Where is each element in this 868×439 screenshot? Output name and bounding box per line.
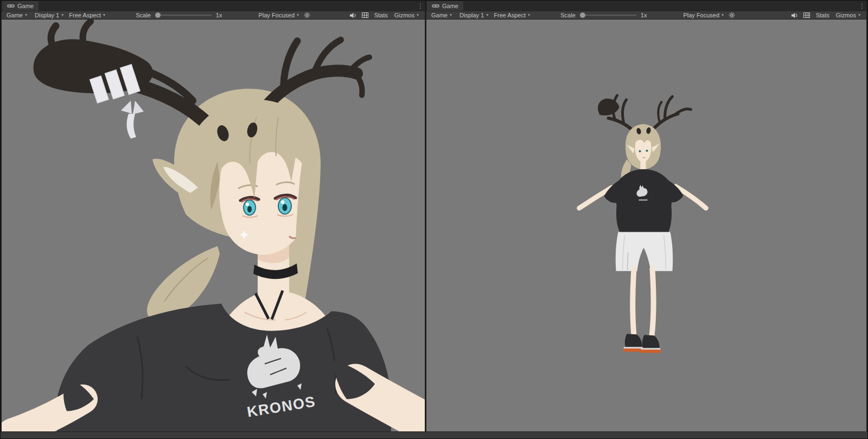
grid-icon[interactable] bbox=[801, 12, 812, 18]
grid-icon[interactable] bbox=[360, 12, 371, 18]
game-viewport-fullbody[interactable] bbox=[426, 20, 866, 431]
shorts bbox=[616, 232, 673, 271]
face bbox=[635, 127, 652, 163]
game-mode-label: Game bbox=[7, 12, 23, 18]
game-view-icon bbox=[432, 3, 439, 9]
sun-icon[interactable] bbox=[726, 11, 737, 19]
panel-menu-icon[interactable]: ⋮ bbox=[416, 2, 425, 10]
chevron-down-icon: ▾ bbox=[103, 13, 105, 17]
chevron-down-icon: ▾ bbox=[61, 13, 63, 17]
gizmos-label: Gizmos bbox=[394, 12, 414, 18]
play-focused-dropdown[interactable]: Play Focused ▾ bbox=[680, 11, 726, 19]
game-panel-left: Game ⋮ Game ▾ Display 1 ▾ Free Aspect ▾ … bbox=[2, 1, 425, 431]
aspect-label: Free Aspect bbox=[69, 12, 101, 18]
game-panel-right: Game ⋮ Game ▾ Display 1 ▾ Free Aspect ▾ … bbox=[426, 1, 866, 431]
game-mode-dropdown[interactable]: Game ▾ bbox=[4, 11, 32, 19]
chevron-down-icon: ▾ bbox=[450, 13, 452, 17]
game-mode-dropdown[interactable]: Game ▾ bbox=[429, 11, 457, 19]
scale-slider-thumb[interactable] bbox=[155, 12, 161, 18]
tab-game[interactable]: Game bbox=[427, 1, 463, 11]
game-toolbar: Game ▾ Display 1 ▾ Free Aspect ▾ Scale 1… bbox=[426, 11, 866, 20]
aspect-ratio-dropdown[interactable]: Free Aspect ▾ bbox=[66, 11, 130, 19]
aspect-label: Free Aspect bbox=[494, 12, 526, 18]
display-label: Display 1 bbox=[35, 12, 59, 18]
antlers bbox=[34, 22, 369, 139]
chevron-down-icon: ▾ bbox=[417, 13, 419, 17]
gizmos-dropdown[interactable]: Gizmos ▾ bbox=[392, 12, 422, 18]
game-mode-label: Game bbox=[431, 12, 448, 18]
gizmos-dropdown[interactable]: Gizmos ▾ bbox=[833, 12, 863, 18]
legs bbox=[633, 269, 653, 336]
scale-slider-thumb[interactable] bbox=[580, 12, 585, 18]
sneakers bbox=[623, 334, 661, 353]
toolbar-right-cluster: Stats Gizmos ▾ bbox=[789, 12, 864, 18]
play-focused-dropdown[interactable]: Play Focused ▾ bbox=[256, 11, 302, 19]
scale-slider[interactable] bbox=[155, 15, 212, 16]
kronos-logo-small-text bbox=[639, 200, 648, 201]
scale-value: 1x bbox=[639, 12, 649, 18]
game-view-icon bbox=[7, 3, 15, 9]
mute-audio-icon[interactable] bbox=[347, 12, 359, 18]
game-viewport-closeup[interactable]: KRONOS bbox=[2, 20, 425, 431]
status-bar bbox=[1, 431, 867, 438]
stats-button[interactable]: Stats bbox=[813, 12, 832, 18]
display-label: Display 1 bbox=[459, 12, 484, 18]
game-toolbar: Game ▾ Display 1 ▾ Free Aspect ▾ Scale 1… bbox=[2, 11, 425, 20]
display-dropdown[interactable]: Display 1 ▾ bbox=[32, 11, 66, 19]
neck-chest bbox=[228, 245, 327, 337]
scale-label: Scale bbox=[555, 12, 578, 18]
gizmos-label: Gizmos bbox=[836, 12, 856, 18]
scale-label: Scale bbox=[130, 12, 153, 18]
tab-label: Game bbox=[17, 3, 34, 9]
mute-audio-icon[interactable] bbox=[789, 12, 800, 18]
panel-menu-icon[interactable]: ⋮ bbox=[858, 2, 866, 10]
unity-editor-window: Game ⋮ Game ▾ Display 1 ▾ Free Aspect ▾ … bbox=[0, 0, 868, 439]
stats-button[interactable]: Stats bbox=[372, 12, 391, 18]
chevron-down-icon: ▾ bbox=[486, 13, 488, 17]
tab-label: Game bbox=[442, 3, 458, 9]
game-view-panes: Game ⋮ Game ▾ Display 1 ▾ Free Aspect ▾ … bbox=[1, 1, 867, 431]
scale-value: 1x bbox=[214, 12, 225, 18]
tab-bar: Game ⋮ bbox=[426, 1, 866, 11]
aspect-ratio-dropdown[interactable]: Free Aspect ▾ bbox=[491, 11, 555, 19]
tshirt bbox=[604, 169, 684, 233]
play-focused-label: Play Focused bbox=[683, 12, 719, 18]
chevron-down-icon: ▾ bbox=[25, 13, 27, 17]
scale-slider[interactable] bbox=[580, 15, 636, 16]
tab-game[interactable]: Game bbox=[2, 1, 39, 11]
tab-bar: Game ⋮ bbox=[2, 1, 425, 11]
chevron-down-icon: ▾ bbox=[528, 13, 530, 17]
character-closeup-render: KRONOS bbox=[2, 20, 425, 431]
chevron-down-icon: ▾ bbox=[297, 13, 299, 17]
chevron-down-icon: ▾ bbox=[722, 13, 724, 17]
sun-icon[interactable] bbox=[302, 11, 312, 19]
toolbar-right-cluster: Stats Gizmos ▾ bbox=[347, 12, 423, 18]
play-focused-label: Play Focused bbox=[258, 12, 295, 18]
display-dropdown[interactable]: Display 1 ▾ bbox=[457, 11, 491, 19]
chevron-down-icon: ▾ bbox=[858, 13, 860, 17]
ribbon bbox=[121, 101, 144, 139]
character-fullbody-render bbox=[426, 20, 866, 431]
